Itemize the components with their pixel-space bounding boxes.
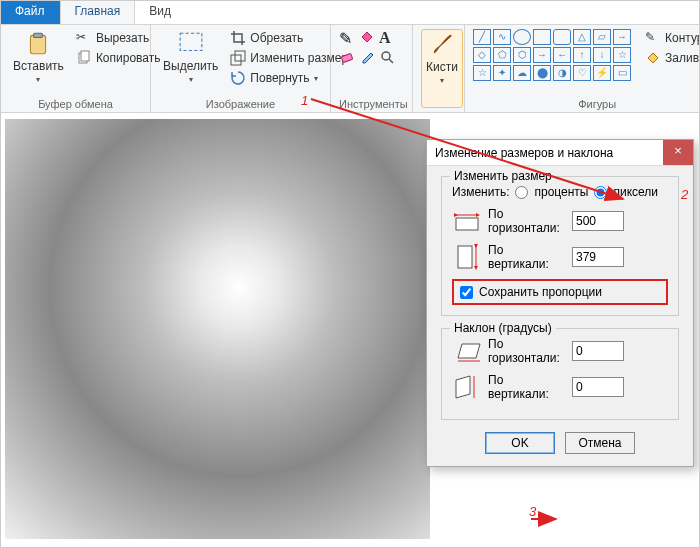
percent-label: проценты	[534, 185, 588, 199]
close-icon: ×	[674, 143, 682, 158]
tab-bar: Файл Главная Вид	[1, 1, 699, 25]
skew-fieldset: Наклон (градусы) По горизонтали: По верт…	[441, 328, 679, 420]
skew-v-label: По вертикали:	[488, 373, 566, 401]
skew-h-input[interactable]	[572, 341, 624, 361]
paste-button[interactable]: Вставить ▾	[9, 29, 68, 96]
chevron-down-icon: ▾	[36, 75, 40, 84]
cut-label: Вырезать	[96, 31, 149, 45]
select-label: Выделить	[163, 59, 218, 73]
bucket-icon[interactable]	[359, 29, 375, 45]
outline-label: Контур	[665, 31, 700, 45]
canvas-image	[5, 119, 430, 539]
fill-icon	[645, 50, 661, 66]
change-label: Изменить:	[452, 185, 509, 199]
skew-h-glyph-icon	[452, 340, 482, 362]
brushes-label: Кисти	[426, 60, 458, 74]
tab-home[interactable]: Главная	[60, 1, 136, 24]
svg-rect-4	[180, 33, 202, 50]
vertical-label: По вертикали:	[488, 243, 566, 271]
copy-icon	[76, 50, 92, 66]
skew-legend: Наклон (градусы)	[450, 321, 556, 335]
rotate-icon	[230, 70, 246, 86]
select-button[interactable]: Выделить ▾	[159, 29, 222, 96]
select-icon	[178, 31, 204, 57]
keep-ratio-checkbox[interactable]	[460, 286, 473, 299]
chevron-down-icon: ▾	[189, 75, 193, 84]
fill-label: Заливка	[665, 51, 700, 65]
group-tools-title: Инструменты	[339, 96, 404, 110]
tab-file[interactable]: Файл	[1, 1, 60, 24]
svg-rect-7	[341, 53, 352, 62]
cancel-button[interactable]: Отмена	[565, 432, 635, 454]
chevron-down-icon: ▾	[440, 76, 444, 85]
ok-button[interactable]: OK	[485, 432, 555, 454]
close-button[interactable]: ×	[663, 140, 693, 165]
svg-point-8	[382, 52, 390, 60]
eyedropper-icon[interactable]	[359, 49, 375, 65]
horizontal-glyph-icon	[452, 210, 482, 232]
rotate-label: Повернуть	[250, 71, 309, 85]
group-brushes-title	[421, 108, 456, 110]
outline-icon: ✎	[645, 30, 661, 46]
copy-button[interactable]: Копировать	[74, 49, 163, 67]
svg-rect-10	[456, 218, 478, 230]
eraser-icon[interactable]	[339, 49, 355, 65]
shapes-gallery[interactable]: ╱∿△▱→ ◇⬠⬡→←↑↓☆ ☆✦☁⬤◑♡⚡▭	[473, 29, 631, 96]
skew-h-label: По горизонтали:	[488, 337, 566, 365]
width-input[interactable]	[572, 211, 624, 231]
keep-ratio-label: Сохранить пропорции	[479, 285, 602, 299]
brushes-button[interactable]: Кисти ▾	[421, 29, 463, 108]
scissors-icon: ✂	[76, 30, 92, 46]
pencil-icon[interactable]: ✎	[339, 29, 355, 45]
svg-marker-16	[456, 376, 470, 398]
resize-legend: Изменить размер	[450, 169, 556, 183]
horizontal-label: По горизонтали:	[488, 207, 566, 235]
marker-3: 3	[529, 504, 536, 519]
skew-v-glyph-icon	[452, 376, 482, 398]
marker-2: 2	[681, 187, 688, 202]
magnifier-icon[interactable]	[379, 49, 395, 65]
svg-rect-1	[34, 33, 43, 37]
group-shapes-title: Фигуры	[473, 96, 700, 110]
group-clipboard-title: Буфер обмена	[9, 96, 142, 110]
tab-view[interactable]: Вид	[135, 1, 186, 24]
group-brushes: Кисти ▾	[413, 25, 465, 112]
svg-rect-0	[31, 35, 46, 53]
svg-marker-14	[458, 344, 480, 358]
svg-line-9	[389, 59, 393, 63]
canvas-area[interactable]	[5, 119, 430, 539]
chevron-down-icon: ▾	[314, 74, 318, 83]
keep-ratio-row: Сохранить пропорции	[452, 279, 668, 305]
pixels-label: пиксели	[613, 185, 658, 199]
brush-icon	[429, 32, 455, 58]
crop-label: Обрезать	[250, 31, 303, 45]
svg-rect-6	[235, 51, 245, 61]
fill-button[interactable]: Заливка ▾	[643, 49, 700, 67]
group-clipboard: Вставить ▾ ✂ Вырезать Копировать Буфер о…	[1, 25, 151, 112]
cut-button[interactable]: ✂ Вырезать	[74, 29, 163, 47]
height-input[interactable]	[572, 247, 624, 267]
pixels-radio[interactable]	[594, 186, 607, 199]
group-image-title: Изображение	[159, 96, 322, 110]
text-icon[interactable]: A	[379, 29, 395, 45]
group-shapes: ╱∿△▱→ ◇⬠⬡→←↑↓☆ ☆✦☁⬤◑♡⚡▭ ✎ Контур ▾ Залив…	[465, 25, 700, 112]
skew-v-input[interactable]	[572, 377, 624, 397]
paste-icon	[25, 31, 51, 57]
resize-fieldset: Изменить размер Изменить: проценты пиксе…	[441, 176, 679, 316]
resize-icon	[230, 50, 246, 66]
outline-button[interactable]: ✎ Контур ▾	[643, 29, 700, 47]
crop-icon	[230, 30, 246, 46]
marker-1: 1	[301, 93, 308, 108]
resize-dialog: Изменение размеров и наклона × Изменить …	[426, 139, 694, 467]
dialog-title-text: Изменение размеров и наклона	[435, 146, 613, 160]
ribbon: Вставить ▾ ✂ Вырезать Копировать Буфер о…	[1, 25, 699, 113]
svg-rect-12	[458, 246, 472, 268]
dialog-titlebar: Изменение размеров и наклона ×	[427, 140, 693, 166]
svg-rect-3	[81, 51, 89, 61]
paste-label: Вставить	[13, 59, 64, 73]
group-tools: ✎ A Инструменты	[331, 25, 413, 112]
svg-rect-5	[231, 55, 241, 65]
vertical-glyph-icon	[452, 246, 482, 268]
percent-radio[interactable]	[515, 186, 528, 199]
